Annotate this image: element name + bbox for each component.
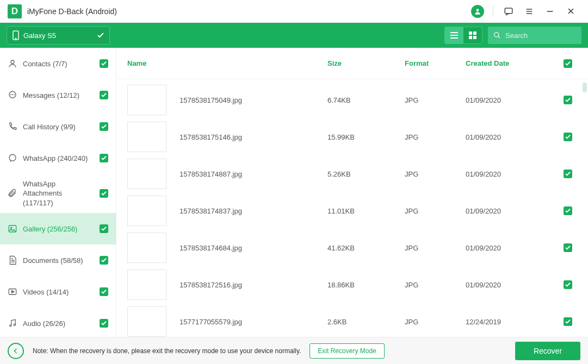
app-logo: D — [8, 4, 22, 18]
file-name: 1578538175049.jpg — [180, 96, 327, 104]
svg-point-3 — [15, 38, 16, 39]
file-format: JPG — [405, 207, 466, 215]
file-thumbnail — [127, 159, 166, 189]
sidebar-item-checkbox[interactable] — [100, 256, 108, 265]
sidebar-item-label: WhatsApp (240/240) — [23, 154, 94, 162]
row-checkbox[interactable] — [564, 280, 572, 289]
sidebar-item-label: Call History (9/9) — [23, 123, 94, 131]
device-name: Galaxy S5 — [23, 32, 56, 40]
sidebar-item-whatsapp[interactable]: WhatsApp (240/240) — [0, 142, 116, 174]
menu-icon[interactable] — [519, 2, 539, 21]
recover-button[interactable]: Recover — [515, 342, 580, 360]
table-row[interactable]: 1578538174684.jpg41.62KBJPG01/09/2020 — [127, 229, 577, 266]
svg-point-9 — [11, 60, 14, 64]
svg-rect-4 — [469, 32, 472, 35]
file-check — [561, 96, 572, 104]
grid-view-button[interactable] — [463, 27, 482, 43]
messages-icon — [8, 90, 17, 100]
sidebar-item-label: Contacts (7/7) — [23, 60, 94, 68]
file-thumbnail — [127, 122, 166, 152]
search-icon — [493, 32, 501, 39]
file-name: 1578538174887.jpg — [180, 170, 327, 178]
file-date: 01/09/2020 — [466, 133, 561, 141]
row-checkbox[interactable] — [564, 133, 572, 141]
search-input[interactable] — [505, 32, 576, 40]
sidebar-item-checkbox[interactable] — [100, 319, 108, 328]
sidebar-item-messages[interactable]: Messages (12/12) — [0, 79, 116, 111]
row-checkbox[interactable] — [564, 317, 572, 326]
search-box[interactable] — [488, 27, 581, 44]
separator — [493, 6, 493, 17]
sidebar-item-checkbox[interactable] — [100, 154, 108, 162]
sidebar-item-audio[interactable]: Audio (26/26) — [0, 307, 116, 337]
sidebar-item-documents[interactable]: Documents (58/58) — [0, 244, 116, 276]
file-size: 11.01KB — [327, 207, 405, 215]
sidebar-item-checkbox[interactable] — [100, 287, 108, 296]
table-row[interactable]: 1578538174837.jpg11.01KBJPG01/09/2020 — [127, 192, 577, 229]
row-checkbox[interactable] — [564, 243, 572, 252]
footer: Note: When the recovery is done, please … — [0, 337, 588, 364]
table-row[interactable]: 1578538172516.jpg18.86KBJPG01/09/2020 — [127, 266, 577, 303]
col-date[interactable]: Created Date — [466, 59, 561, 67]
sidebar-item-checkbox[interactable] — [100, 224, 108, 233]
file-size: 15.99KB — [327, 133, 405, 141]
row-checkbox[interactable] — [564, 206, 572, 215]
main: Contacts (7/7)Messages (12/12)Call Histo… — [0, 48, 588, 337]
file-size: 2.6KB — [327, 318, 405, 326]
svg-rect-6 — [469, 36, 472, 39]
file-check — [561, 317, 572, 326]
exit-recovery-button[interactable]: Exit Recovery Mode — [310, 343, 384, 359]
title-bar: D iMyFone D-Back (Android) — [0, 0, 588, 23]
close-icon[interactable] — [561, 2, 580, 21]
file-date: 12/24/2019 — [466, 318, 561, 326]
table-row[interactable]: 1578538174887.jpg5.26KBJPG01/09/2020 — [127, 155, 577, 192]
file-date: 01/09/2020 — [466, 281, 561, 289]
col-name[interactable]: Name — [127, 59, 327, 67]
file-check — [561, 243, 572, 252]
footer-note: Note: When the recovery is done, please … — [33, 347, 301, 355]
row-checkbox[interactable] — [564, 96, 572, 104]
table-row[interactable]: 1578538175049.jpg6.74KBJPG01/09/2020 — [127, 81, 577, 118]
sidebar-item-checkbox[interactable] — [100, 189, 108, 198]
minimize-icon[interactable] — [540, 2, 560, 21]
sidebar-item-checkbox[interactable] — [100, 122, 108, 131]
call-icon — [8, 122, 17, 131]
back-button[interactable] — [8, 343, 24, 359]
file-thumbnail — [127, 233, 166, 263]
file-name: 1577177055579.jpg — [180, 318, 327, 326]
titlebar-actions — [468, 2, 580, 21]
sidebar-item-checkbox[interactable] — [100, 59, 108, 68]
file-format: JPG — [405, 170, 466, 178]
sidebar-item-checkbox[interactable] — [100, 91, 108, 99]
table-row[interactable]: 1578538175146.jpg15.99KBJPG01/09/2020 — [127, 118, 577, 155]
table-row[interactable]: 1577177055579.jpg2.6KBJPG12/24/2019 — [127, 303, 577, 337]
row-checkbox[interactable] — [564, 170, 572, 178]
file-size: 6.74KB — [327, 96, 405, 104]
view-toggle — [444, 27, 482, 44]
sidebar-item-whattach[interactable]: WhatsApp Attachments (117/117) — [0, 174, 116, 213]
sidebar-item-contacts[interactable]: Contacts (7/7) — [0, 48, 116, 79]
file-format: JPG — [405, 133, 466, 141]
file-check — [561, 170, 572, 178]
file-date: 01/09/2020 — [466, 96, 561, 104]
sidebar-item-videos[interactable]: Videos (14/14) — [0, 276, 116, 307]
device-selector[interactable]: Galaxy S5 — [7, 26, 110, 45]
col-format[interactable]: Format — [405, 59, 466, 67]
select-all-checkbox[interactable] — [564, 59, 572, 68]
file-format: JPG — [405, 96, 466, 104]
phone-icon — [13, 30, 19, 40]
sidebar-item-label: Messages (12/12) — [23, 91, 94, 99]
file-rows: 1578538175049.jpg6.74KBJPG01/09/20201578… — [116, 79, 588, 337]
sidebar-item-gallery[interactable]: Gallery (256/256) — [0, 213, 116, 244]
sidebar-item-label: Videos (14/14) — [23, 288, 94, 296]
file-check — [561, 206, 572, 215]
account-icon[interactable] — [468, 2, 487, 21]
feedback-icon[interactable] — [499, 2, 518, 21]
list-view-button[interactable] — [445, 27, 463, 43]
sidebar-item-callhist[interactable]: Call History (9/9) — [0, 111, 116, 142]
file-thumbnail — [127, 306, 166, 337]
file-date: 01/09/2020 — [466, 207, 561, 215]
columns-header: Name Size Format Created Date — [116, 48, 588, 79]
doc-icon — [8, 255, 17, 265]
col-size[interactable]: Size — [327, 59, 405, 67]
